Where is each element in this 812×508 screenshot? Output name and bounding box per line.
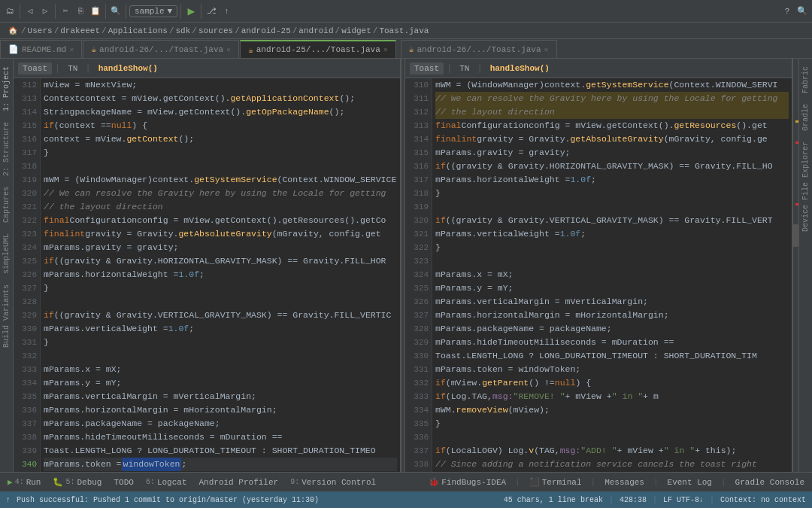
- code-line: mParams.y = mY;: [44, 376, 397, 390]
- breadcrumb-android25[interactable]: android-25: [241, 26, 291, 35]
- sidebar-item-captures[interactable]: Captures: [1, 182, 12, 227]
- breadcrumb-user[interactable]: drakeeet: [60, 26, 100, 35]
- tab-label: Debug: [77, 478, 102, 487]
- help-icon[interactable]: ?: [780, 5, 794, 18]
- left-method-name[interactable]: handleShow(): [94, 62, 162, 75]
- code-line: final Configuration config = mView.getCo…: [44, 214, 397, 227]
- main-toolbar: 🗂 ◁ ▷ ✂ ⎘ 📋 🔍 sample ▼ ▶ ⎇ ↑ ? 🔍: [0, 0, 812, 23]
- tab-readme-close[interactable]: ✕: [69, 45, 74, 54]
- tab-toast-25-close[interactable]: ✕: [383, 45, 388, 54]
- code-line: }: [435, 187, 789, 200]
- code-line: mParams.packageName = packageName;: [44, 417, 397, 430]
- sidebar-item-structure[interactable]: 2: Structure: [1, 117, 12, 181]
- back-icon[interactable]: ◁: [23, 5, 37, 18]
- code-line: if ((gravity & Gravity.HORIZONTAL_GRAVIT…: [435, 160, 789, 173]
- code-panels: Toast | TN | handleShow() 312 313 314 31…: [14, 59, 798, 472]
- breadcrumb-sdk[interactable]: sdk: [175, 26, 190, 35]
- code-line: [435, 430, 789, 444]
- sidebar-item-simpleuml[interactable]: simpleUML: [1, 229, 12, 278]
- code-line: // after it notifies us to cancel the to…: [435, 471, 789, 472]
- breadcrumb-sources[interactable]: sources: [198, 26, 233, 35]
- sidebar-item-devicefile[interactable]: Device File Explorer: [800, 137, 811, 236]
- tab-toast-26b-close[interactable]: ✕: [544, 45, 548, 54]
- tab-messages[interactable]: Messages: [601, 476, 647, 488]
- tab-run[interactable]: ▶ 4: Run: [5, 476, 44, 488]
- project-dropdown[interactable]: sample ▼: [129, 5, 177, 17]
- code-line: final Configuration config = mView.getCo…: [435, 119, 789, 132]
- run-icon: ▶: [8, 477, 13, 487]
- git-icon[interactable]: ⎇: [205, 5, 218, 18]
- tab-toast-25[interactable]: ☕ android-25/.../Toast.java ✕: [240, 40, 396, 58]
- code-line: mParams.verticalWeight = 1.0f;: [435, 227, 789, 241]
- status-encoding[interactable]: LF UTF-8↓: [663, 496, 704, 504]
- code-line: mParams.token = windowToken;: [435, 363, 789, 376]
- tab-num: 9:: [290, 478, 299, 486]
- tab-findbugs[interactable]: 🐞 FindBugs-IDEA: [426, 476, 509, 488]
- tab-debug[interactable]: 🐛 5: Debug: [50, 476, 105, 488]
- tab-android-profiler[interactable]: Android Profiler: [196, 476, 282, 488]
- breadcrumb-widget[interactable]: widget: [341, 26, 371, 35]
- code-line: // We can resolve the Gravity here by us…: [44, 187, 397, 200]
- right-class-name[interactable]: Toast: [410, 62, 444, 75]
- code-line: Context context = mView.getContext().get…: [44, 92, 397, 105]
- search-icon[interactable]: 🔍: [795, 5, 809, 18]
- tab-toast-26a-icon: ☕: [91, 44, 96, 54]
- right-tn-tab[interactable]: TN: [455, 62, 474, 75]
- code-line: if ((gravity & Gravity.VERTICAL_GRAVITY_…: [44, 309, 397, 322]
- code-line: mParams.hideTimeoutMilliseconds = mDurat…: [44, 430, 397, 444]
- code-line: [44, 471, 397, 472]
- forward-icon[interactable]: ▷: [38, 5, 52, 18]
- tab-gradle-console[interactable]: Gradle Console: [732, 476, 807, 488]
- code-line: mParams.verticalMargin = mVerticalMargin…: [44, 390, 397, 403]
- tab-num: 6:: [146, 478, 155, 486]
- breadcrumb: 🏠 / Users / drakeeet / Applications / sd…: [0, 23, 812, 39]
- vcs-icon[interactable]: ↑: [220, 5, 233, 18]
- right-line-numbers: 310 311 312 313 314 315 316 317 318 319 …: [405, 78, 432, 472]
- code-line: mWM.removeView(mView);: [435, 403, 789, 417]
- code-line: mParams.packageName = packageName;: [435, 322, 789, 336]
- code-line: mParams.y = mY;: [435, 281, 789, 295]
- tab-toast-26b[interactable]: ☕ android-26/.../Toast.java ✕: [401, 40, 557, 58]
- project-icon[interactable]: 🗂: [3, 5, 17, 18]
- right-code-area: mWM = (WindowManager)context.getSystemSe…: [432, 78, 792, 472]
- sidebar-item-fabric[interactable]: Fabric: [800, 62, 811, 98]
- left-class-name[interactable]: Toast: [18, 62, 52, 75]
- tab-readme[interactable]: 📄 README.md ✕: [0, 40, 82, 58]
- left-code-content[interactable]: 312 313 314 315 316 317 318 319 320 321 …: [14, 78, 400, 472]
- tab-terminal[interactable]: ⬛ Terminal: [526, 476, 585, 488]
- find-icon[interactable]: 🔍: [109, 5, 123, 18]
- code-line: // the layout direction: [435, 105, 789, 119]
- sidebar-item-gradle[interactable]: Gradle: [800, 99, 811, 135]
- run-button[interactable]: ▶: [184, 5, 198, 18]
- status-vcs-text: Push successful: Pushed 1 commit to orig…: [17, 496, 319, 504]
- tab-toast-26a-close[interactable]: ✕: [226, 45, 231, 54]
- tab-todo[interactable]: TODO: [111, 476, 136, 488]
- code-line: mParams.x = mX;: [435, 268, 789, 281]
- left-tn-tab[interactable]: TN: [63, 62, 82, 75]
- right-method-name[interactable]: handleShow(): [486, 62, 554, 75]
- code-line: mParams.hideTimeoutMilliseconds = mDurat…: [435, 336, 789, 349]
- breadcrumb-android[interactable]: android: [298, 26, 333, 35]
- copy-icon[interactable]: ⎘: [74, 5, 87, 18]
- code-line: if (mView.getParent() != null) {: [435, 376, 789, 390]
- paste-icon[interactable]: 📋: [89, 5, 102, 18]
- sidebar-item-buildvariants[interactable]: Build Variants: [1, 280, 12, 352]
- breadcrumb-file[interactable]: Toast.java: [379, 26, 429, 35]
- sidebar-item-project[interactable]: 1: Project: [1, 62, 12, 116]
- code-line: }: [44, 281, 397, 295]
- tab-num: 4:: [15, 478, 24, 486]
- left-code-panel: Toast | TN | handleShow() 312 313 314 31…: [14, 59, 401, 472]
- cut-icon[interactable]: ✂: [59, 5, 72, 18]
- tab-toast-26a[interactable]: ☕ android-26/.../Toast.java ✕: [83, 40, 239, 58]
- tab-toast-26b-label: android-26/.../Toast.java: [417, 45, 541, 54]
- tab-eventlog[interactable]: Event Log: [665, 476, 715, 488]
- code-line: if ((gravity & Gravity.VERTICAL_GRAVITY_…: [435, 214, 789, 227]
- tab-version-control[interactable]: 9: Version Control: [287, 476, 379, 488]
- code-line: Toast.LENGTH_LONG ? LONG_DURATION_TIMEOU…: [435, 349, 789, 363]
- right-code-content[interactable]: 310 311 312 313 314 315 316 317 318 319 …: [405, 78, 792, 472]
- dropdown-arrow: ▼: [168, 7, 173, 16]
- breadcrumb-applications[interactable]: Applications: [108, 26, 168, 35]
- breadcrumb-users[interactable]: Users: [28, 26, 53, 35]
- tab-logcat[interactable]: 6: Logcat: [143, 476, 190, 488]
- status-position[interactable]: 428:38: [620, 496, 647, 504]
